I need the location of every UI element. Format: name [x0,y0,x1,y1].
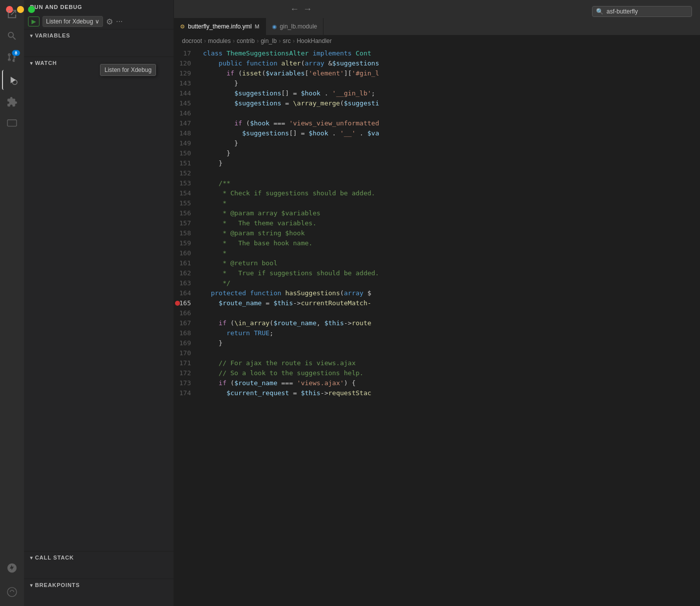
token-fn: isset [242,68,262,78]
explorer-icon[interactable] [2,4,22,24]
token-iface: Cont [356,48,371,58]
debug-config-dropdown[interactable]: Listen for Xdebug ∨ [42,16,103,27]
debug-config-label: Listen for Xdebug [46,18,93,25]
token-plain: ( [226,318,234,328]
code-content[interactable]: class ThemeSuggestionsAlter implements C… [199,46,700,606]
global-search-input[interactable] [592,6,692,17]
breadcrumb-part-4[interactable]: src [282,37,290,44]
breakpoints-label: BREAKPOINTS [35,582,80,588]
token-var: $this [274,298,293,308]
line-number-169: 169 [174,338,195,348]
token-fn: requestStac [328,388,371,398]
token-plain [308,48,312,58]
token-cls: ThemeSuggestionsAlter [226,48,308,58]
token-cmt: * [203,208,230,218]
git-icon[interactable] [2,558,22,578]
debug-settings-button[interactable]: ⚙ [106,17,113,26]
code-line-169: } [203,338,700,348]
token-plain [203,288,211,298]
token-plain [203,378,218,388]
token-plain: , [316,318,324,328]
token-var: $route_name [234,378,278,388]
line-number-168: 168 [174,328,195,338]
remote-explorer-icon[interactable] [2,114,22,134]
token-plain [203,388,226,398]
nav-back-button[interactable]: ← [290,4,299,14]
token-plain: ( [262,68,266,78]
line-number-145: 145 [174,98,195,108]
extensions-icon[interactable] [2,92,22,112]
code-line-158: * @param string $hook [203,228,700,238]
token-plain [246,288,250,298]
token-str: '__gin_lb' [332,88,371,98]
token-str: 'views.ajax' [297,378,344,388]
token-cmt: */ [203,278,230,288]
line-number-165: 165 [174,298,195,308]
token-plain [250,328,254,338]
token-kw: function [250,288,282,298]
run-debug-icon[interactable] [2,70,22,90]
tab-gin-lb[interactable]: ◉ gin_lb.module [266,18,324,35]
token-plain [222,48,226,58]
token-plain: ( [301,58,305,68]
code-line-154: * Check if suggestions should be added. [203,188,700,198]
tooltip-text: Listen for Xdebug [104,66,152,73]
token-plain [203,88,234,98]
token-fn: currentRouteMatch- [301,298,372,308]
token-cmt: array [254,208,282,218]
token-plain: -> [344,318,352,328]
breadcrumb-part-5[interactable]: HookHandler [296,37,332,44]
line-number-148: 148 [174,128,195,138]
call-stack-chevron: ▾ [30,555,33,561]
breadcrumb-part-3[interactable]: gin_lb [260,37,276,44]
breadcrumb-part-2[interactable]: contrib [236,37,254,44]
debug-more-button[interactable]: ··· [116,17,122,26]
token-plain: $ [364,288,372,298]
openai-icon[interactable] [2,582,22,602]
variables-header[interactable]: ▾ VARIABLES [24,29,174,41]
line-number-155: 155 [174,198,195,208]
breadcrumb-part-0[interactable]: docroot [182,37,202,44]
breadcrumb-part-1[interactable]: modules [208,37,230,44]
token-plain: -> [320,388,328,398]
call-stack-header[interactable]: ▾ CALL STACK [24,552,174,564]
breadcrumb: docroot › modules › contrib › gin_lb › s… [174,35,700,46]
code-line-172: // So a look to the suggestions help. [203,368,700,378]
maximize-button[interactable] [28,6,35,13]
tab-butterfly-theme[interactable]: ⚙ butterfly_theme.info.yml M [174,18,266,35]
tab-bar: ⚙ butterfly_theme.info.yml M ◉ gin_lb.mo… [174,18,700,35]
token-plain: ) { [344,378,356,388]
token-str: 'element' [308,68,344,78]
token-cmt: * [203,248,226,258]
token-plain [242,58,246,68]
token-kw2: if [218,318,226,328]
token-cmt: * The base hook name. [203,238,312,248]
watch-section: ▾ WATCH [24,56,174,551]
nav-forward-button[interactable]: → [303,4,312,14]
debug-play-button[interactable]: ▶ [28,16,40,26]
editor-area: 🔍 ⚙ butterfly_theme.info.yml M ◉ gin_lb.… [174,0,700,606]
token-kw: protected [211,288,246,298]
token-kw: return [226,328,250,338]
source-control-icon[interactable]: 8 [2,48,22,68]
line-number-143: 143 [174,78,195,88]
token-var: $suggestions [234,98,282,108]
search-icon[interactable] [2,26,22,46]
token-cmt: * Check if suggestions should be added. [203,188,375,198]
svg-rect-1 [8,120,16,126]
watch-label: WATCH [35,60,57,66]
run-debug-header: RUN AND DEBUG [24,0,174,14]
token-kw2: if [234,118,242,128]
token-plain: ( [242,118,250,128]
token-kw2: if [226,68,234,78]
token-plain: [ [305,68,309,78]
search-container: 🔍 [592,6,692,17]
code-line-171: // For ajax the route is views.ajax [203,358,700,368]
token-cmt: $variables [282,208,320,218]
token-str: 'views_view_unformatted [289,118,379,128]
code-line-129: if (isset($variables['element']['#gin_l [203,68,700,78]
watch-content [24,69,174,169]
token-var: $va [368,128,379,138]
breakpoints-header[interactable]: ▾ BREAKPOINTS [24,579,174,591]
title-bar: 🔍 [174,0,700,18]
